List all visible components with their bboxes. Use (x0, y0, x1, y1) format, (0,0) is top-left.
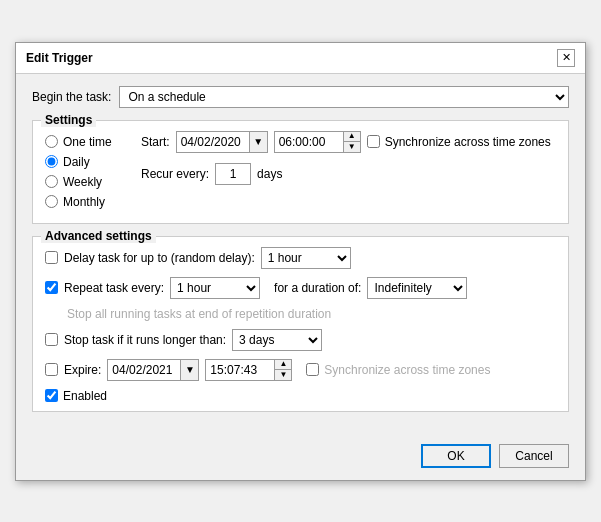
schedule-type-group: One time Daily Weekly Monthly (45, 131, 125, 209)
recur-label: Recur every: (141, 167, 209, 181)
enabled-row: Enabled (45, 389, 556, 403)
begin-label: Begin the task: (32, 90, 111, 104)
repeat-label: Repeat task every: (64, 281, 164, 295)
enabled-check[interactable] (45, 389, 58, 402)
delay-label: Delay task for up to (random delay): (64, 251, 255, 265)
begin-select[interactable]: On a schedule (119, 86, 569, 108)
radio-onetime[interactable]: One time (45, 135, 125, 149)
duration-select[interactable]: Indefinitely (367, 277, 467, 299)
stop-longer-row: Stop task if it runs longer than: 3 days (45, 329, 556, 351)
start-time-field[interactable]: ▲ ▼ (274, 131, 361, 153)
expire-check[interactable] (45, 363, 58, 376)
expire-time-up-btn[interactable]: ▲ (275, 360, 291, 370)
start-time-input[interactable] (275, 132, 343, 152)
sync-timezone-label: Synchronize across time zones (385, 135, 551, 149)
delay-row: Delay task for up to (random delay): 1 h… (45, 247, 556, 269)
start-label: Start: (141, 135, 170, 149)
start-row: Start: ▼ ▲ ▼ (141, 131, 556, 153)
enabled-label: Enabled (63, 389, 107, 403)
repeat-check[interactable] (45, 281, 58, 294)
buttons-row: OK Cancel (16, 436, 585, 480)
advanced-group-label: Advanced settings (41, 229, 156, 243)
expire-time-spinner: ▲ ▼ (274, 360, 291, 380)
expire-date-input[interactable] (108, 360, 180, 380)
cancel-button[interactable]: Cancel (499, 444, 569, 468)
dialog-body: Begin the task: On a schedule Settings O… (16, 74, 585, 436)
radio-daily[interactable]: Daily (45, 155, 125, 169)
stop-longer-check[interactable] (45, 333, 58, 346)
edit-trigger-dialog: Edit Trigger ✕ Begin the task: On a sche… (15, 42, 586, 481)
recur-input[interactable] (215, 163, 251, 185)
settings-group-label: Settings (41, 113, 96, 127)
expire-label: Expire: (64, 363, 101, 377)
settings-right: Start: ▼ ▲ ▼ (141, 131, 556, 209)
expire-date-calendar-btn[interactable]: ▼ (180, 360, 198, 380)
delay-select[interactable]: 1 hour (261, 247, 351, 269)
stop-msg: Stop all running tasks at end of repetit… (67, 307, 331, 321)
time-down-btn[interactable]: ▼ (344, 142, 360, 152)
radio-monthly[interactable]: Monthly (45, 195, 125, 209)
start-date-field[interactable]: ▼ (176, 131, 268, 153)
sync-timezone-row[interactable]: Synchronize across time zones (367, 135, 551, 149)
ok-button[interactable]: OK (421, 444, 491, 468)
dialog-title: Edit Trigger (26, 51, 93, 65)
expire-date-field[interactable]: ▼ (107, 359, 199, 381)
duration-label: for a duration of: (274, 281, 361, 295)
expire-time-input[interactable] (206, 360, 274, 380)
start-date-calendar-btn[interactable]: ▼ (249, 132, 267, 152)
expire-sync-check[interactable] (306, 363, 319, 376)
sync-timezone-check[interactable] (367, 135, 380, 148)
stop-longer-label: Stop task if it runs longer than: (64, 333, 226, 347)
stop-msg-row: Stop all running tasks at end of repetit… (45, 307, 556, 321)
time-spinner: ▲ ▼ (343, 132, 360, 152)
expire-sync-row[interactable]: Synchronize across time zones (306, 363, 490, 377)
delay-check[interactable] (45, 251, 58, 264)
expire-time-field[interactable]: ▲ ▼ (205, 359, 292, 381)
recur-row: Recur every: days (141, 163, 556, 185)
stop-longer-select[interactable]: 3 days (232, 329, 322, 351)
repeat-select[interactable]: 1 hour (170, 277, 260, 299)
title-bar: Edit Trigger ✕ (16, 43, 585, 74)
close-button[interactable]: ✕ (557, 49, 575, 67)
expire-time-down-btn[interactable]: ▼ (275, 370, 291, 380)
expire-row: Expire: ▼ ▲ ▼ Synchronize across time zo… (45, 359, 556, 381)
begin-row: Begin the task: On a schedule (32, 86, 569, 108)
radio-weekly[interactable]: Weekly (45, 175, 125, 189)
time-up-btn[interactable]: ▲ (344, 132, 360, 142)
start-date-input[interactable] (177, 132, 249, 152)
recur-unit: days (257, 167, 282, 181)
repeat-row: Repeat task every: 1 hour for a duration… (45, 277, 556, 299)
expire-sync-label: Synchronize across time zones (324, 363, 490, 377)
